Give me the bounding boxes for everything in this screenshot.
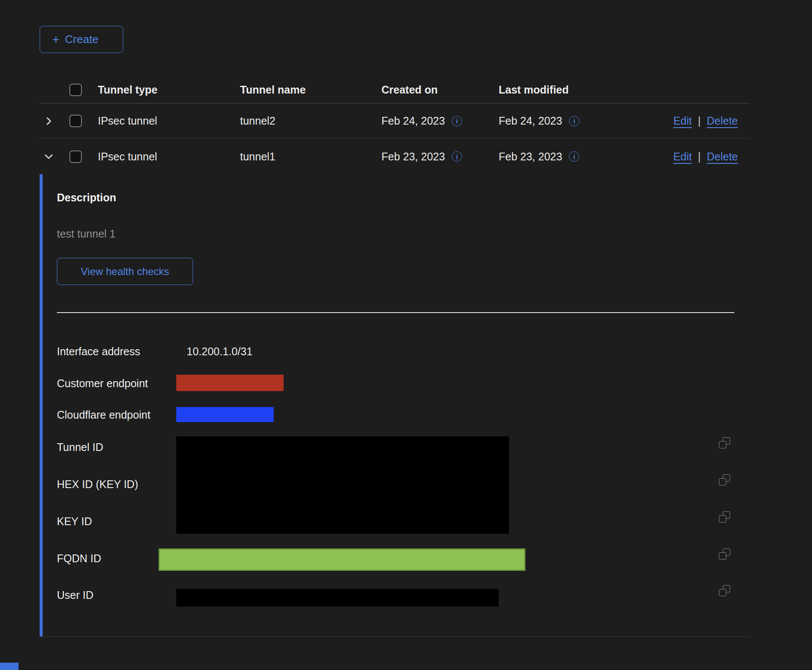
view-health-checks-button[interactable]: View health checks <box>57 258 193 285</box>
table-row: IPsec tunnel tunnel2 Feb 24, 2023 i Feb … <box>40 103 750 139</box>
header-tunnel-name: Tunnel name <box>240 84 381 96</box>
created-on-cell: Feb 23, 2023 <box>381 150 445 163</box>
description-value: test tunnel 1 <box>57 228 116 240</box>
tunnels-table: Tunnel type Tunnel name Created on Last … <box>40 77 750 174</box>
edit-link[interactable]: Edit <box>673 115 692 127</box>
header-last-modified: Last modified <box>499 84 657 96</box>
tunnel-name-cell: tunnel2 <box>240 115 381 127</box>
bottom-left-blue-fragment <box>0 663 19 670</box>
key-id-label: KEY ID <box>57 514 92 528</box>
fqdn-id-redacted-value <box>159 548 525 571</box>
plus-icon: + <box>52 33 60 46</box>
interface-address-label: Interface address <box>57 344 140 358</box>
copy-icon[interactable] <box>719 511 730 523</box>
info-icon[interactable]: i <box>452 116 462 126</box>
actions-separator: | <box>698 115 701 127</box>
copy-icon[interactable] <box>719 548 730 560</box>
table-row: IPsec tunnel tunnel1 Feb 23, 2023 i Feb … <box>40 139 750 174</box>
info-icon[interactable]: i <box>569 116 579 126</box>
create-button-label: Create <box>65 33 99 46</box>
tunnel-type-cell: IPsec tunnel <box>98 115 240 127</box>
tunnel-id-label: Tunnel ID <box>57 440 103 454</box>
header-tunnel-type: Tunnel type <box>98 84 240 96</box>
last-modified-cell: Feb 24, 2023 <box>499 115 562 127</box>
delete-link[interactable]: Delete <box>707 115 738 127</box>
chevron-right-icon[interactable] <box>44 116 53 126</box>
cloudflare-endpoint-label: Cloudflare endpoint <box>57 408 150 422</box>
tunnel-type-cell: IPsec tunnel <box>98 150 240 163</box>
header-created-on: Created on <box>381 84 499 96</box>
tunnel-name-cell: tunnel1 <box>240 150 381 163</box>
select-all-checkbox[interactable] <box>69 84 82 96</box>
table-header-row: Tunnel type Tunnel name Created on Last … <box>40 77 750 103</box>
row-checkbox[interactable] <box>69 115 82 127</box>
hex-id-label: HEX ID (KEY ID) <box>57 477 138 491</box>
create-button[interactable]: + Create <box>40 26 123 53</box>
actions-separator: | <box>698 150 701 163</box>
copy-icon[interactable] <box>719 474 730 485</box>
row-checkbox[interactable] <box>69 150 82 163</box>
tunnels-page: + Create Tunnel type Tunnel name Created… <box>0 0 812 670</box>
info-icon[interactable]: i <box>452 151 462 162</box>
customer-endpoint-redacted-value <box>176 375 284 391</box>
copy-icon[interactable] <box>719 437 730 448</box>
ids-redacted-value <box>176 436 509 534</box>
interface-address-value: 10.200.1.0/31 <box>187 344 253 358</box>
tunnel-detail-panel: Description test tunnel 1 View health ch… <box>40 174 750 637</box>
chevron-down-icon[interactable] <box>44 152 53 161</box>
description-heading: Description <box>57 191 116 204</box>
copy-icon[interactable] <box>719 585 730 596</box>
panel-divider <box>57 312 734 313</box>
last-modified-cell: Feb 23, 2023 <box>499 150 562 163</box>
user-id-label: User ID <box>57 588 94 602</box>
customer-endpoint-label: Customer endpoint <box>57 376 148 390</box>
cloudflare-endpoint-redacted-value <box>176 407 274 422</box>
edit-link[interactable]: Edit <box>673 150 692 163</box>
panel-accent-bar <box>40 174 43 636</box>
created-on-cell: Feb 24, 2023 <box>381 115 445 127</box>
delete-link[interactable]: Delete <box>707 150 738 163</box>
user-id-redacted-value <box>176 589 499 607</box>
info-icon[interactable]: i <box>569 151 579 162</box>
fqdn-id-label: FQDN ID <box>57 551 101 565</box>
